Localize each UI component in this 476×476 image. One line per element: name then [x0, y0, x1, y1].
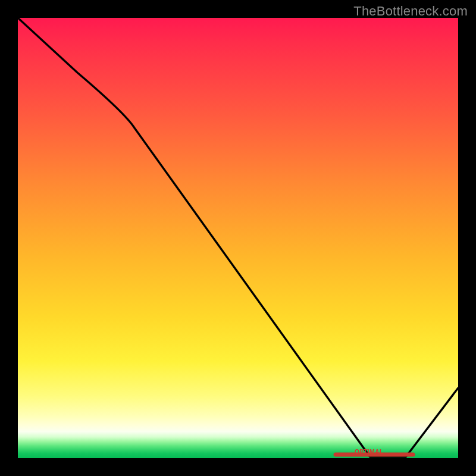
chart-frame: TheBottleneck.com OPTIMAL — [0, 0, 476, 476]
chart-svg — [18, 18, 458, 458]
bottleneck-curve — [18, 18, 458, 457]
plot-area: OPTIMAL — [18, 18, 458, 458]
optimal-label: OPTIMAL — [355, 449, 384, 455]
watermark: TheBottleneck.com — [353, 4, 468, 19]
